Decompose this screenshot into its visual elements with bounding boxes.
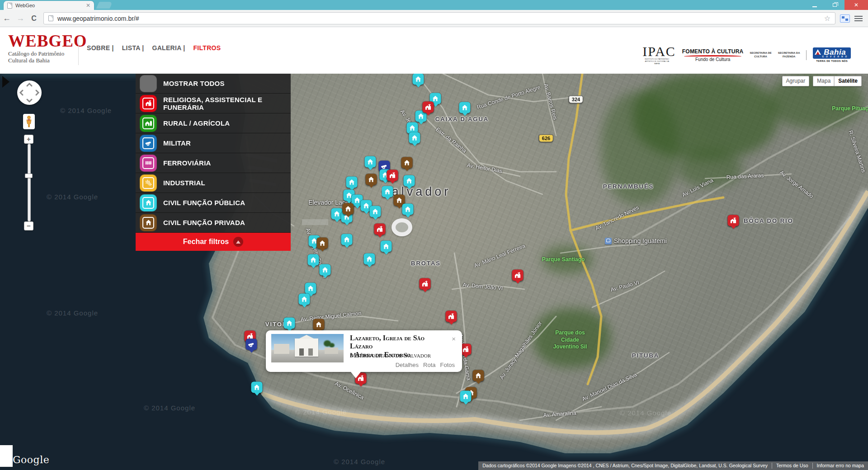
filter-civil-funcao-publica[interactable]: CIVIL FUNÇÃO PÚBLICA	[136, 193, 291, 213]
reload-button[interactable]: C	[27, 14, 41, 23]
map-marker-publica[interactable]	[308, 254, 319, 266]
window-restore-button[interactable]	[825, 0, 844, 10]
map-marker-religiosa[interactable]	[446, 311, 457, 322]
main-nav: SOBRE |LISTA |GALERIA |FILTROS	[87, 44, 229, 52]
map-marker-religiosa[interactable]	[728, 215, 739, 226]
map-canvas[interactable]: SalvadorCAIXA D'AGUAPERNAMBUÉSBÔCA DO RI…	[0, 74, 868, 470]
maptype-mapa[interactable]: Mapa	[813, 76, 834, 86]
back-button[interactable]: ←	[0, 14, 14, 23]
cannon-icon	[248, 341, 255, 348]
infowindow-close-icon[interactable]: ×	[452, 335, 456, 343]
house-icon	[307, 285, 315, 292]
map-marker-religiosa[interactable]	[420, 278, 431, 290]
map-marker-religiosa[interactable]	[387, 170, 398, 181]
filter-civil-funcao-privada[interactable]: CIVIL FUNÇÃO PRIVADA	[136, 213, 291, 233]
all-categories-icon	[140, 75, 157, 92]
map-marker-privada[interactable]	[313, 319, 325, 330]
house-icon	[140, 194, 157, 212]
filter-ferroviaria[interactable]: FERROVIÁRIA	[136, 153, 291, 173]
filter-militar[interactable]: MILITAR	[136, 133, 291, 153]
filter-rural-agricola[interactable]: RURAL / AGRÍCOLA	[136, 113, 291, 133]
nav-galeria[interactable]: GALERIA |	[152, 44, 185, 52]
map-marker-publica[interactable]	[284, 318, 295, 329]
browser-tab[interactable]: WebGeo ✕	[4, 1, 94, 10]
maptype-satelite[interactable]: Satélite	[834, 76, 862, 86]
map-marker-publica[interactable]	[409, 132, 420, 144]
church-icon	[140, 95, 157, 112]
map-marker-publica[interactable]	[413, 74, 424, 85]
poi-shopping-iguatemi[interactable]: Shopping Iguatemi	[605, 237, 667, 244]
map-marker-publica[interactable]	[305, 283, 316, 294]
map-marker-publica[interactable]	[370, 206, 381, 217]
street-view-pegman[interactable]	[23, 114, 35, 129]
browser-toolbar: ← → C www.geopatrimonio.com.br/# ☆	[0, 10, 868, 27]
filter-religiosa-assistencial-e-funeraria[interactable]: RELIGIOSA, ASSISTENCIAL E FUNERÁRIA	[136, 94, 291, 113]
map-marker-publica[interactable]	[299, 294, 310, 305]
tab-close-icon[interactable]: ✕	[86, 3, 90, 8]
fomento-cultura-logo: FOMENTO À CULTURA Fundo de Cultura	[682, 48, 744, 62]
maptype-agrupar[interactable]: Agrupar	[782, 76, 810, 86]
map-type-buttons: AgruparMapaSatélite	[782, 76, 862, 86]
filter-mostrar-todos[interactable]: MOSTRAR TODOS	[136, 74, 291, 94]
nav-filtros[interactable]: FILTROS	[193, 44, 221, 52]
secretaria-fazenda-logo: SECRETARIA DA FAZENDA	[778, 52, 800, 58]
window-close-button[interactable]: ✕	[844, 0, 868, 10]
browser-menu-icon[interactable]	[854, 14, 863, 23]
sidebar-toggle-arrow[interactable]	[2, 76, 9, 88]
map-marker-religiosa[interactable]	[512, 270, 524, 281]
page-favicon	[7, 3, 12, 9]
infowindow-link-detalhes[interactable]: Detalhes	[396, 362, 419, 368]
map-marker-publica[interactable]	[365, 156, 376, 168]
extension-icon[interactable]	[840, 14, 850, 23]
google-watermark: © 2014 Google	[47, 193, 98, 201]
map-marker-publica[interactable]	[382, 186, 393, 197]
close-filters-button[interactable]: Fechar filtros	[136, 233, 291, 251]
map-marker-publica[interactable]	[346, 177, 358, 188]
house-icon	[348, 179, 356, 186]
url-text[interactable]: www.geopatrimonio.com.br/#	[57, 15, 824, 22]
forward-button[interactable]: →	[14, 14, 27, 23]
house-icon	[366, 255, 373, 263]
nav-sobre[interactable]: SOBRE |	[87, 44, 114, 52]
map-marker-publica[interactable]	[460, 391, 472, 402]
new-tab-button[interactable]	[96, 2, 113, 9]
infowindow-link-fotos[interactable]: Fotos	[440, 362, 455, 368]
report-map-error-link[interactable]: Informar erro no mapa	[812, 463, 868, 469]
address-bar[interactable]: www.geopatrimonio.com.br/# ☆	[43, 12, 835, 24]
zoom-in-button[interactable]: +	[24, 135, 33, 144]
map-marker-publica[interactable]	[402, 204, 414, 215]
map-marker-publica[interactable]	[459, 102, 471, 113]
house-icon	[406, 177, 413, 185]
map-marker-publica[interactable]	[251, 382, 263, 393]
collapse-up-icon	[233, 237, 243, 247]
map-marker-publica[interactable]	[341, 234, 353, 245]
window-minimize-button[interactable]	[805, 0, 825, 10]
nav-lista[interactable]: LISTA |	[122, 44, 144, 52]
poi-label: Shopping Iguatemi	[614, 237, 667, 244]
house-icon	[286, 320, 293, 327]
map-marker-publica[interactable]	[364, 254, 375, 265]
house-icon	[301, 296, 308, 303]
map-marker-publica[interactable]	[404, 175, 415, 187]
map-marker-religiosa[interactable]	[374, 224, 386, 235]
map-marker-publica[interactable]	[320, 264, 331, 276]
zoom-slider-handle[interactable]	[25, 174, 33, 178]
map-marker-publica[interactable]	[381, 241, 392, 252]
bookmark-star-icon[interactable]: ☆	[824, 14, 830, 23]
map-marker-religiosa[interactable]	[423, 102, 434, 113]
infowindow-link-rota[interactable]: Rota	[423, 362, 435, 368]
map-marker-privada[interactable]	[343, 203, 354, 215]
terms-of-use-link[interactable]: Termos de Uso	[772, 463, 812, 469]
map-marker-privada[interactable]	[473, 370, 484, 381]
filter-industrial[interactable]: INDUSTRIAL	[136, 173, 291, 193]
pan-down-icon	[27, 99, 32, 102]
filter-label: RELIGIOSA, ASSISTENCIAL E FUNERÁRIA	[163, 96, 291, 111]
map-marker-privada[interactable]	[401, 157, 413, 169]
zoom-slider-track[interactable]	[28, 144, 31, 221]
map-marker-privada[interactable]	[366, 174, 377, 185]
map-marker-privada[interactable]	[317, 238, 328, 249]
map-marker-militar[interactable]	[246, 339, 257, 350]
pan-control[interactable]	[17, 80, 42, 105]
zoom-out-button[interactable]: −	[24, 221, 33, 230]
webgeo-logo[interactable]: WEBGEO Catálogo do Patrimônio Cultural d…	[8, 33, 87, 64]
